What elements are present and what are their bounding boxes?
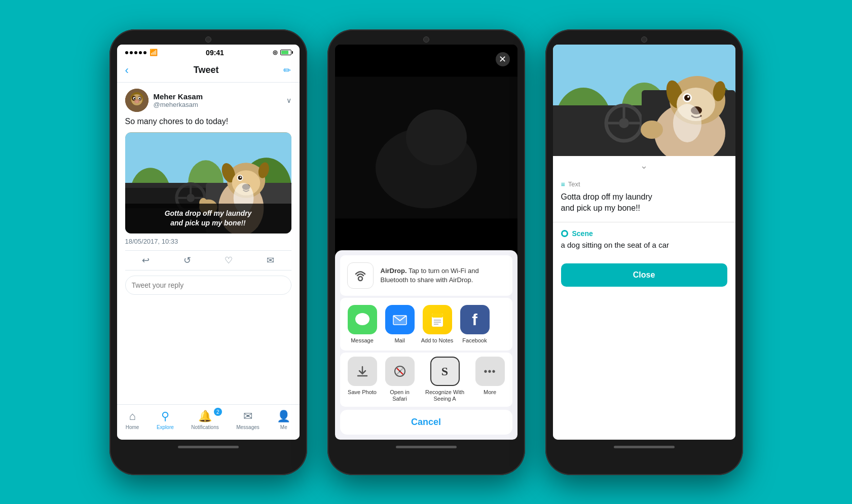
open-safari-icon (385, 357, 415, 386)
text-result-header: ≡ Text (561, 180, 727, 188)
tab-messages[interactable]: ✉ Messages (236, 410, 260, 430)
messages-app-icon (348, 305, 377, 334)
battery-fill (281, 51, 288, 54)
tab-home-label: Home (126, 424, 139, 430)
reply-button[interactable]: ↩ (142, 255, 150, 266)
svg-point-73 (673, 104, 701, 142)
signal-dot-3 (134, 51, 137, 54)
phone-2: ✕ AirDrop. Tap to turn on Wi-Fi and Blue… (327, 29, 525, 475)
chevron-down-icon: ⌄ (640, 160, 648, 171)
signal-dot-5 (143, 51, 146, 54)
nav-title: Tweet (194, 65, 219, 75)
svg-point-74 (641, 121, 663, 139)
me-icon: 👤 (277, 410, 290, 423)
scene-description: a dog sitting on the seat of a car (561, 241, 727, 249)
tab-me[interactable]: 👤 Me (277, 410, 290, 430)
explore-icon: ⚲ (161, 410, 169, 423)
svg-point-38 (358, 277, 362, 281)
back-button[interactable]: ‹ (125, 64, 129, 77)
text-type-icon: ≡ (561, 180, 565, 188)
tab-notifications[interactable]: 🔔 2 Notifications (191, 410, 218, 430)
share-app-notes[interactable]: Add to Notes (420, 305, 455, 343)
tab-bar: ⌂ Home ⚲ Explore 🔔 2 Notifications ✉ Mes… (117, 404, 300, 440)
save-photo-label: Save Photo (348, 389, 377, 396)
cancel-button[interactable]: Cancel (340, 410, 512, 435)
phone-1: 📶 09:41 ◎ ‹ Tweet ✏ (109, 29, 307, 475)
phone-3-camera (641, 36, 647, 43)
tweet-options-chevron[interactable]: ∨ (286, 96, 291, 104)
airdrop-section: AirDrop. Tap to turn on Wi-Fi and Blueto… (340, 255, 512, 296)
share-app-mail[interactable]: Mail (383, 305, 417, 343)
signal-indicators: 📶 (125, 49, 158, 56)
share-action-recognize[interactable]: S Recognize With Seeing A (420, 357, 470, 402)
notifications-icon: 🔔 (198, 410, 212, 423)
battery (280, 50, 291, 55)
phone-3: ⌄ ≡ Text Gotta drop off my laundry and p… (545, 29, 743, 475)
messages-app-label: Message (351, 337, 374, 343)
tab-explore-label: Explore (157, 424, 174, 430)
notes-app-label: Add to Notes (421, 337, 454, 343)
retweet-button[interactable]: ↺ (183, 255, 191, 266)
messages-icon: ✉ (243, 410, 252, 423)
phone-2-home-indicator (396, 446, 457, 448)
author-info: Meher Kasam @meherkasam (154, 92, 281, 108)
open-safari-label: Open in Safari (383, 389, 417, 402)
like-button[interactable]: ♡ (225, 255, 233, 266)
compose-button[interactable]: ✏ (283, 65, 291, 76)
author-handle: @meherkasam (154, 101, 281, 108)
svg-point-39 (355, 313, 369, 325)
recognize-icon: S (430, 357, 460, 386)
tweet-author: Meher Kasam @meherkasam ∨ (125, 89, 291, 112)
svg-point-37 (406, 109, 467, 165)
close-result-button[interactable]: Close (561, 263, 727, 287)
tweet-content: Meher Kasam @meherkasam ∨ So many chores… (117, 83, 300, 301)
phone-2-camera (423, 36, 429, 43)
text-type-label: Text (568, 180, 580, 188)
collapse-chevron[interactable]: ⌄ (553, 156, 735, 175)
more-icon: ••• (475, 357, 505, 386)
airdrop-text: AirDrop. Tap to turn on Wi-Fi and Blueto… (381, 266, 505, 285)
mail-app-icon (385, 305, 415, 334)
share-actions-row: Save Photo Open in Safari (340, 353, 512, 406)
save-photo-icon (348, 357, 377, 386)
tab-home[interactable]: ⌂ Home (126, 410, 139, 430)
share-action-safari[interactable]: Open in Safari (383, 357, 417, 402)
svg-point-71 (687, 96, 689, 98)
share-app-message[interactable]: Message (345, 305, 380, 343)
airdrop-icon (347, 262, 374, 289)
phone-2-screen: ✕ AirDrop. Tap to turn on Wi-Fi and Blue… (335, 45, 517, 440)
dog-car-image (553, 45, 735, 156)
recognize-label: Recognize With Seeing A (420, 389, 470, 402)
share-action-more[interactable]: ••• More (473, 357, 507, 402)
tab-explore[interactable]: ⚲ Explore (157, 410, 174, 430)
close-button[interactable]: ✕ (496, 52, 510, 66)
author-name: Meher Kasam (154, 92, 281, 101)
share-action-photo[interactable]: Save Photo (345, 357, 380, 402)
svg-point-7 (134, 98, 135, 99)
notes-app-icon (423, 305, 452, 334)
tab-me-label: Me (280, 424, 287, 430)
phone-1-camera (205, 36, 211, 43)
notifications-badge: 2 (214, 408, 222, 416)
tweet-text-result: Gotta drop off my laundry and pick up my… (561, 191, 727, 214)
svg-point-52 (399, 370, 401, 372)
tweet-text: So many chores to do today! (125, 116, 291, 127)
phone-1-screen: 📶 09:41 ◎ ‹ Tweet ✏ (117, 45, 300, 440)
svg-point-8 (139, 98, 140, 99)
tweet-image[interactable]: Gotta drop off my laundry and pick up my… (125, 132, 291, 234)
tab-messages-label: Messages (236, 424, 260, 430)
share-app-facebook[interactable]: f Facebook (458, 305, 492, 343)
location-icon: ◎ (273, 49, 278, 56)
phone-3-top-bar (545, 29, 743, 45)
phone-1-home-indicator (178, 446, 239, 448)
dm-button[interactable]: ✉ (267, 255, 274, 266)
scene-dot-icon (561, 230, 568, 237)
tab-notifications-label: Notifications (191, 424, 218, 430)
airdrop-title: AirDrop. (381, 267, 407, 275)
status-time: 09:41 (206, 49, 224, 57)
svg-point-59 (619, 118, 629, 128)
mail-app-label: Mail (394, 337, 404, 343)
share-sheet: AirDrop. Tap to turn on Wi-Fi and Blueto… (335, 250, 517, 439)
reply-input[interactable] (125, 276, 291, 295)
signal-dot-2 (130, 51, 133, 54)
